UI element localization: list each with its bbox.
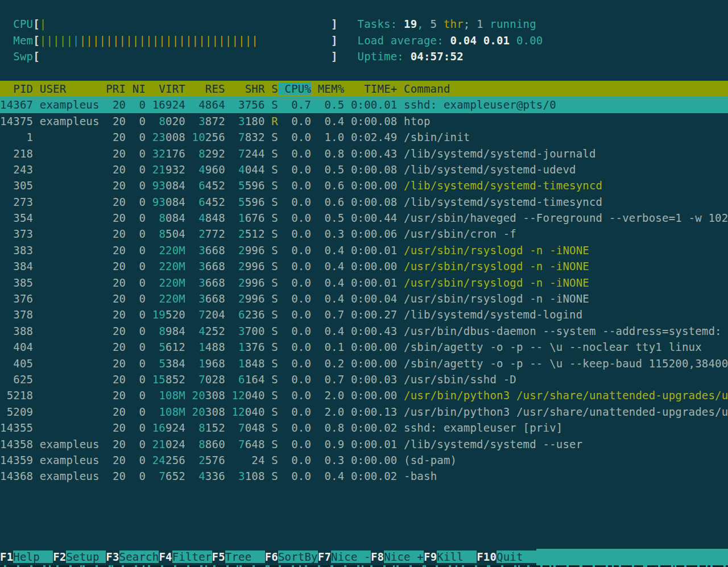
process-row[interactable]: 405 20 0 5384 1968 1848 S 0.0 0.2 0:00.0… (0, 355, 728, 371)
cell-ni: 0 (133, 179, 146, 192)
process-row[interactable]: 404 20 0 5612 1488 1376 S 0.0 0.1 0:00.0… (0, 339, 728, 355)
cell-ni: 0 (133, 196, 146, 208)
cell-pid: 625 (0, 373, 33, 386)
process-row[interactable]: 14358 exampleus 20 0 21024 8860 7648 S 0… (0, 436, 728, 452)
cell-res: 1968 (192, 357, 225, 370)
cell-ni: 0 (133, 389, 146, 402)
cell-pid: 1 (0, 131, 33, 143)
cell-pri: 20 (106, 260, 126, 272)
fnkey-f2-setup[interactable]: F2Setup (53, 549, 106, 565)
column-header-command[interactable]: Command (397, 82, 450, 95)
cell-mem-percent: 0.3 (318, 227, 345, 240)
column-header-res[interactable]: RES (185, 82, 225, 95)
cell-res: 3668 (192, 292, 225, 305)
fnkey-f6-sortby[interactable]: F6SortBy (265, 549, 318, 565)
process-list: 14367 exampleus 20 0 16924 4864 3756 S 0… (0, 97, 728, 484)
cell-res: 3668 (192, 244, 225, 256)
cell-mem-percent: 0.4 (318, 292, 345, 305)
meter-close-bracket: ] (331, 50, 338, 63)
process-row[interactable]: 14368 exampleus 20 0 7652 4336 3108 S 0.… (0, 468, 728, 484)
cell-command: /usr/bin/python3 /usr/share/unattended-u… (404, 405, 728, 418)
meter-close-bracket: ] (331, 18, 338, 30)
process-row[interactable]: 376 20 0 220M 3668 2996 S 0.0 0.4 0:00.0… (0, 291, 728, 307)
column-header-ni[interactable]: NI (126, 82, 146, 95)
cell-pid: 5209 (0, 405, 33, 418)
process-row[interactable]: 14359 exampleus 20 0 24256 2576 24 S 0.0… (0, 452, 728, 468)
cell-virt: 8504 (152, 227, 185, 240)
process-row[interactable]: 218 20 0 32176 8292 7244 S 0.0 0.8 0:00.… (0, 146, 728, 162)
cell-command: sshd: exampleuser [priv] (404, 421, 562, 434)
cell-pri: 20 (106, 147, 126, 160)
column-header-mem[interactable]: MEM% (311, 82, 344, 95)
fnkey-f5-tree[interactable]: F5Tree (212, 549, 265, 565)
cell-time: 0:00.08 (351, 115, 397, 127)
cell-command: /lib/systemd/systemd-logind (404, 308, 582, 321)
cell-pri: 20 (106, 244, 126, 256)
column-header-cpu[interactable]: CPU% (278, 82, 311, 95)
process-row[interactable]: 388 20 0 8984 4252 3700 S 0.0 0.4 0:00.4… (0, 323, 728, 339)
process-row[interactable]: 625 20 0 15852 7028 6164 S 0.0 0.7 0:00.… (0, 371, 728, 387)
cell-virt: 93084 (152, 179, 185, 192)
fnkey-f10-quit[interactable]: F10Quit (477, 549, 536, 565)
cell-pid: 5218 (0, 389, 33, 402)
cell-command: /usr/sbin/rsyslogd -n -iNONE (404, 260, 589, 272)
cell-ni: 0 (133, 421, 146, 434)
process-row[interactable]: 14355 20 0 16924 8152 7048 S 0.0 0.8 0:0… (0, 420, 728, 436)
fnkey-label: Filter (172, 551, 212, 563)
column-header-time[interactable]: TIME+ (344, 82, 397, 95)
cell-cpu-percent: 0.0 (285, 373, 312, 386)
column-header-pid[interactable]: PID (0, 82, 33, 95)
cell-cpu-percent: 0.0 (285, 115, 312, 127)
cell-pid: 218 (0, 147, 33, 160)
cell-shr: 5596 (231, 196, 264, 208)
cell-virt: 24256 (152, 454, 185, 466)
column-header-shr[interactable]: SHR (225, 82, 265, 95)
process-row[interactable]: 383 20 0 220M 3668 2996 S 0.0 0.4 0:00.0… (0, 242, 728, 258)
column-header-s[interactable]: S (265, 82, 278, 95)
fnkey-f4-filter[interactable]: F4Filter (159, 549, 212, 565)
fnkey-f7-nice[interactable]: F7Nice - (318, 549, 371, 565)
cell-command: (sd-pam) (404, 454, 457, 466)
cell-mem-percent: 0.5 (318, 212, 345, 224)
process-row[interactable]: 14367 exampleus 20 0 16924 4864 3756 S 0… (0, 97, 728, 113)
cell-res: 4252 (192, 325, 225, 337)
process-row[interactable]: 5209 20 0 108M 20308 12040 S 0.0 2.0 0:0… (0, 404, 728, 420)
cell-state: S (271, 308, 278, 321)
tasks-info: Tasks: 19, 5 thr; 1 running (358, 18, 536, 30)
cell-state: S (271, 227, 278, 240)
column-header-virt[interactable]: VIRT (146, 82, 185, 95)
process-row[interactable]: 385 20 0 220M 3668 2996 S 0.0 0.4 0:00.0… (0, 275, 728, 291)
process-row[interactable]: 378 20 0 19520 7204 6236 S 0.0 0.7 0:00.… (0, 307, 728, 322)
column-header-user[interactable]: USER (33, 82, 99, 95)
process-row[interactable]: 14375 exampleus 20 0 8020 3872 3180 R 0.… (0, 113, 728, 129)
cell-pid: 383 (0, 244, 33, 256)
process-row[interactable]: 305 20 0 93084 6452 5596 S 0.0 0.6 0:00.… (0, 177, 728, 193)
cell-state: S (271, 421, 278, 434)
process-row[interactable]: 354 20 0 8084 4848 1676 S 0.0 0.5 0:00.4… (0, 210, 728, 226)
fnkey-f3-search[interactable]: F3Search (106, 549, 159, 565)
cell-virt: 5384 (152, 357, 185, 370)
fnkey-f1-help[interactable]: F1Help (0, 549, 53, 565)
cell-pri: 20 (106, 357, 126, 370)
cell-pid: 14367 (0, 98, 33, 111)
cell-state: S (271, 196, 278, 208)
cell-res: 4336 (192, 470, 225, 482)
process-row[interactable]: 384 20 0 220M 3668 2996 S 0.0 0.4 0:00.0… (0, 258, 728, 274)
process-row[interactable]: 373 20 0 8504 2772 2512 S 0.0 0.3 0:00.0… (0, 226, 728, 242)
fnkey-number: F9 (424, 551, 437, 563)
process-row[interactable]: 243 20 0 21932 4960 4044 S 0.0 0.5 0:00.… (0, 162, 728, 177)
cell-cpu-percent: 0.0 (285, 438, 312, 450)
cell-time: 0:00.08 (351, 163, 397, 176)
fnkey-f9-kill[interactable]: F9Kill (424, 549, 477, 565)
cell-pri: 20 (106, 179, 126, 192)
fnkey-label: Nice - (331, 551, 371, 563)
process-row[interactable]: 273 20 0 93084 6452 5596 S 0.0 0.6 0:00.… (0, 194, 728, 210)
process-row[interactable]: 5218 20 0 108M 20308 12040 S 0.0 2.0 0:0… (0, 387, 728, 403)
fnkey-f8-nice[interactable]: F8Nice + (371, 549, 424, 565)
column-header-pri[interactable]: PRI (100, 82, 126, 95)
process-row[interactable]: 1 20 0 23008 10256 7832 S 0.0 1.0 0:02.4… (0, 129, 728, 145)
cell-pri: 20 (106, 131, 126, 143)
cell-shr: 1848 (231, 357, 264, 370)
swp-meter-label: Swp (13, 50, 33, 63)
cell-virt: 7652 (152, 470, 185, 482)
